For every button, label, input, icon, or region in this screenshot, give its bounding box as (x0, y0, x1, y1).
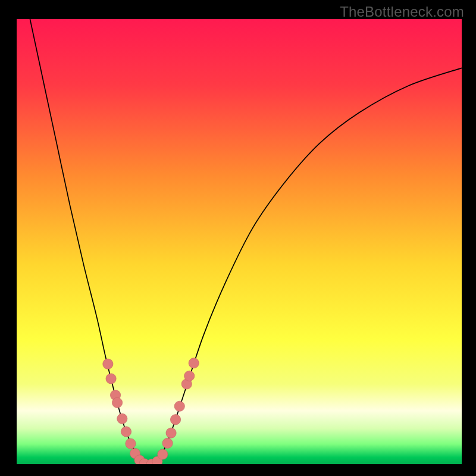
curve-marker (112, 397, 122, 408)
curve-marker (166, 428, 176, 438)
curve-marker (170, 415, 180, 425)
curve-marker (121, 427, 131, 437)
curve-marker (158, 449, 168, 459)
curve-marker (117, 414, 127, 424)
curve-marker (103, 359, 113, 369)
curve-marker (106, 374, 116, 384)
curve-marker (174, 401, 184, 411)
curve-marker (162, 438, 173, 448)
chart-container: TheBottleneck.com (0, 0, 476, 476)
curve-marker (126, 439, 136, 449)
chart-svg (17, 19, 462, 464)
chart-background (17, 19, 462, 464)
watermark-text: TheBottleneck.com (340, 4, 464, 20)
curve-marker (189, 358, 199, 368)
chart-plot-area (17, 19, 462, 464)
curve-marker (184, 371, 195, 381)
